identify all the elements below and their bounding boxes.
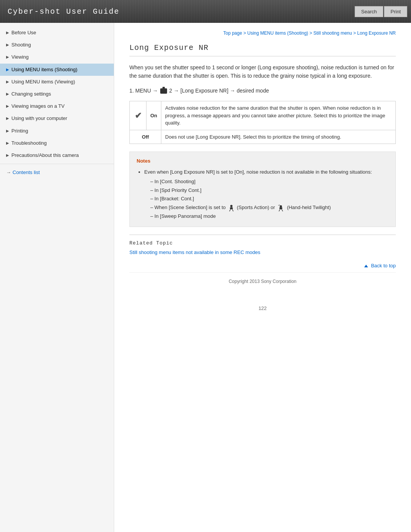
check-mark-icon: ✔ — [135, 111, 142, 120]
sidebar-item-using-menu-shooting[interactable]: ▶ Using MENU items (Shooting) — [0, 64, 114, 76]
arrow-icon: ▶ — [6, 141, 9, 146]
app-title: Cyber-shot User Guide — [0, 0, 127, 23]
table-row: Off Does not use [Long Exposure NR]. Sel… — [130, 130, 396, 144]
svg-line-2 — [233, 210, 233, 211]
breadcrumb-using-menu[interactable]: Using MENU items (Shooting) — [247, 30, 308, 36]
sidebar-item-using-menu-viewing[interactable]: ▶ Using MENU items (Viewing) — [0, 76, 114, 88]
back-to-top-link[interactable]: Back to top — [364, 263, 396, 268]
table-cell-on-desc: Activates noise reduction for the same d… — [161, 101, 396, 130]
table-cell-on-label: On — [147, 101, 161, 130]
related-topic: Related Topic Still shooting menu items … — [129, 235, 396, 255]
svg-point-0 — [230, 205, 233, 207]
notes-intro: Even when [Long Exposure NR] is set to [… — [144, 168, 389, 176]
breadcrumb-still-shooting[interactable]: Still shooting menu — [314, 30, 352, 36]
options-table: ✔ On Activates noise reduction for the s… — [129, 101, 396, 144]
related-topic-link[interactable]: Still shooting menu items not available … — [129, 249, 260, 255]
header: Cyber-shot User Guide Search Print — [0, 0, 411, 23]
table-cell-icon: ✔ — [130, 101, 147, 130]
notes-dash-items: In [Cont. Shooting] In [Spd Priority Con… — [137, 178, 389, 220]
intro-paragraph: When you set the shutter speed to 1 seco… — [129, 63, 396, 80]
camera-icon — [160, 88, 167, 94]
back-to-top-row: Back to top — [129, 263, 396, 268]
notes-list: Even when [Long Exposure NR] is set to [… — [137, 168, 389, 176]
triangle-up-icon — [364, 265, 368, 267]
breadcrumb: Top page > Using MENU items (Shooting) >… — [129, 30, 396, 36]
sidebar-item-using-computer[interactable]: ▶ Using with your computer — [0, 112, 114, 125]
svg-line-4 — [279, 210, 280, 211]
footer: Copyright 2013 Sony Corporation — [129, 272, 396, 290]
arrow-icon: ▶ — [6, 128, 9, 134]
table-cell-off-desc: Does not use [Long Exposure NR]. Select … — [161, 130, 396, 144]
contents-list-link[interactable]: → Contents list — [0, 166, 114, 178]
sidebar-item-precautions[interactable]: ▶ Precautions/About this camera — [0, 149, 114, 161]
svg-line-5 — [282, 210, 283, 211]
page-layout: ▶ Before Use ▶ Shooting ▶ Viewing ▶ Usin… — [0, 23, 411, 532]
sports-action-icon — [228, 204, 235, 211]
arrow-icon: ▶ — [6, 67, 9, 72]
arrow-icon: ▶ — [6, 91, 9, 97]
print-button[interactable]: Print — [384, 6, 407, 17]
notes-box: Notes Even when [Long Exposure NR] is se… — [129, 152, 396, 227]
arrow-icon: ▶ — [6, 30, 9, 35]
main-content: Top page > Using MENU items (Shooting) >… — [114, 23, 411, 532]
page-title: Long Exposure NR — [129, 43, 396, 56]
notes-title: Notes — [137, 157, 389, 165]
arrow-icon: ▶ — [6, 153, 9, 158]
arrow-icon: ▶ — [6, 116, 9, 121]
table-cell-off-label: Off — [130, 130, 161, 144]
arrow-icon: ▶ — [6, 104, 9, 109]
sidebar-item-viewing[interactable]: ▶ Viewing — [0, 51, 114, 63]
sidebar-item-printing[interactable]: ▶ Printing — [0, 125, 114, 137]
page-number: 122 — [129, 305, 396, 311]
step-1: 1. MENU → 2 → [Long Exposure NR] → desir… — [129, 86, 396, 95]
list-item: In [Spd Priority Cont.] — [143, 187, 389, 195]
table-row: ✔ On Activates noise reduction for the s… — [130, 101, 396, 130]
sidebar-item-before-use[interactable]: ▶ Before Use — [0, 27, 114, 39]
arrow-right-icon: → — [6, 169, 11, 175]
svg-line-1 — [229, 210, 230, 211]
sidebar-divider — [0, 164, 114, 164]
arrow-icon: ▶ — [6, 54, 9, 60]
step-number: 1. — [129, 88, 134, 94]
list-item: In [Bracket: Cont.] — [143, 195, 389, 203]
list-item: When [Scene Selection] is set to (Sports… — [143, 204, 389, 212]
sidebar-item-changing-settings[interactable]: ▶ Changing settings — [0, 88, 114, 100]
arrow-icon: ▶ — [6, 42, 9, 48]
list-item: In [Cont. Shooting] — [143, 178, 389, 186]
list-item: In [Sweep Panorama] mode — [143, 212, 389, 220]
related-topic-title: Related Topic — [129, 240, 396, 246]
twilight-icon — [277, 204, 285, 211]
breadcrumb-current[interactable]: Long Exposure NR — [357, 30, 396, 36]
search-button[interactable]: Search — [355, 6, 383, 17]
breadcrumb-top[interactable]: Top page — [223, 30, 242, 36]
sidebar-item-shooting[interactable]: ▶ Shooting — [0, 39, 114, 51]
header-actions: Search Print — [355, 0, 411, 23]
copyright-text: Copyright 2013 Sony Corporation — [229, 279, 296, 284]
sidebar-item-troubleshooting[interactable]: ▶ Troubleshooting — [0, 137, 114, 149]
arrow-icon: ▶ — [6, 79, 9, 85]
sidebar-item-viewing-tv[interactable]: ▶ Viewing images on a TV — [0, 100, 114, 112]
sidebar: ▶ Before Use ▶ Shooting ▶ Viewing ▶ Usin… — [0, 23, 114, 532]
